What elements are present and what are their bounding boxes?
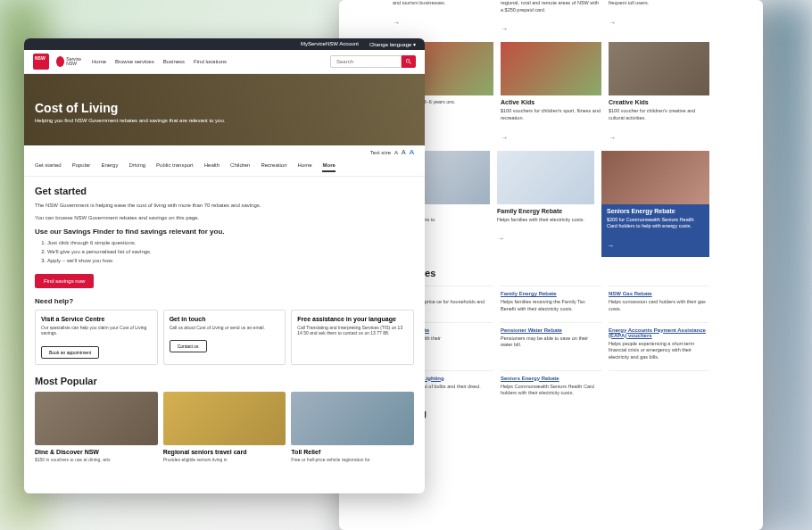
- finder-heading: Use our Savings Finder to find savings r…: [35, 228, 414, 236]
- card-image: [609, 42, 709, 95]
- util-card: Energy Accounts Payment Assistance (EAPA…: [609, 322, 709, 361]
- help-card-contact: Get in touch Call us about Cost of Livin…: [163, 310, 286, 365]
- util-card: Seniors Energy RebateHelps Commonwealth …: [501, 370, 601, 397]
- contact-us-button[interactable]: Contact us: [170, 340, 207, 352]
- card-image: [497, 151, 594, 204]
- main-nav: Home Browse services Business Find locat…: [92, 59, 227, 64]
- util-link[interactable]: Seniors Energy Rebate: [501, 376, 601, 381]
- subnav-item[interactable]: Popular: [72, 162, 91, 172]
- subnav-item-more[interactable]: More: [322, 162, 335, 172]
- page-subtitle: Helping you find NSW Government rebates …: [35, 118, 414, 123]
- nav-business[interactable]: Business: [163, 59, 185, 64]
- arrow-icon[interactable]: →: [609, 19, 616, 27]
- card-image: [501, 42, 601, 95]
- header: ServiceNSW Home Browse services Business…: [24, 50, 425, 74]
- card-text: $100 voucher for children's creative and…: [609, 108, 709, 121]
- text-size-medium[interactable]: A: [402, 149, 406, 155]
- card-title: Seniors Energy Rebate: [607, 208, 704, 214]
- arrow-icon[interactable]: →: [497, 235, 504, 243]
- card-seniors-energy[interactable]: Seniors Energy Rebate $200 for Commonwea…: [601, 151, 709, 257]
- help-card-title: Free assistance in your language: [297, 316, 408, 322]
- card-partial: and tourism businesses.→: [393, 0, 493, 35]
- logo-icon: [56, 56, 64, 67]
- text-size-large[interactable]: A: [410, 148, 414, 156]
- top-bar: MyServiceNSW Account Change language ▾: [24, 38, 425, 50]
- util-text: Helps concession card holders with their…: [609, 299, 709, 312]
- card-image: [163, 392, 286, 445]
- util-text: Helps people experiencing a short-term f…: [609, 341, 709, 361]
- search-input[interactable]: [330, 55, 402, 68]
- nsw-logo[interactable]: [33, 54, 49, 70]
- card-title: Regional seniors travel card: [163, 449, 286, 455]
- main-content: Get started The NSW Government is helpin…: [24, 177, 425, 476]
- card-text: $150 in vouchers to use at dining, arts: [35, 457, 158, 462]
- util-card: NSW Gas RebateHelps concession card hold…: [609, 286, 709, 312]
- util-text: Pensioners may be able to save on their …: [501, 335, 601, 349]
- language-toggle[interactable]: Change language ▾: [369, 41, 416, 47]
- subnav-item[interactable]: Get started: [35, 162, 62, 172]
- subnav-item[interactable]: Health: [204, 162, 220, 172]
- section-heading: Get started: [35, 186, 414, 196]
- popular-card-seniors[interactable]: Regional seniors travel card Provides el…: [163, 392, 286, 468]
- card-text: regional, rural and remote areas of NSW …: [501, 0, 601, 13]
- hero-banner: Cost of Living Helping you find NSW Gove…: [24, 74, 425, 145]
- text-size-control: Text size A A A: [24, 145, 425, 159]
- card-title: Creative Kids: [609, 99, 709, 105]
- util-link[interactable]: Energy Accounts Payment Assistance (EAPA…: [609, 327, 709, 338]
- card-text: $100 vouchers for children's sport, fitn…: [501, 108, 601, 121]
- util-link[interactable]: Family Energy Rebate: [501, 291, 601, 296]
- arrow-icon[interactable]: →: [393, 19, 400, 27]
- intro-text: You can browse NSW Government rebates an…: [35, 214, 414, 221]
- subnav-item[interactable]: Children: [230, 162, 250, 172]
- help-card-text: Our specialists can help you claim your …: [41, 325, 152, 336]
- nav-home[interactable]: Home: [92, 59, 106, 64]
- subnav-item[interactable]: Driving: [128, 162, 145, 172]
- subnav-item[interactable]: Home: [297, 162, 311, 172]
- util-card: Pensioner Water RebatePensioners may be …: [501, 322, 601, 361]
- account-link[interactable]: MyServiceNSW Account: [301, 41, 359, 47]
- help-card-text: Call us about Cost of Living or send us …: [170, 325, 280, 331]
- card-creative-kids[interactable]: Creative Kids $100 voucher for children'…: [609, 42, 709, 143]
- service-nsw-logo[interactable]: ServiceNSW: [56, 55, 81, 68]
- arrow-icon[interactable]: →: [609, 134, 616, 142]
- subnav-item[interactable]: Recreation: [261, 162, 286, 172]
- card-text: Helps families with their electricity co…: [497, 217, 594, 224]
- subnav-item[interactable]: Public transport: [156, 162, 194, 172]
- help-heading: Need help?: [35, 297, 414, 305]
- nav-locations[interactable]: Find locations: [194, 59, 227, 64]
- help-card-title: Visit a Service Centre: [41, 316, 152, 322]
- arrow-icon[interactable]: →: [501, 25, 508, 33]
- card-image: [291, 392, 414, 445]
- popular-card-dine[interactable]: Dine & Discover NSW $150 in vouchers to …: [35, 392, 158, 468]
- card-text: $200 for Commonwealth Seniors Health Car…: [607, 217, 704, 230]
- driving-heading: Driving: [393, 408, 709, 418]
- book-appointment-button[interactable]: Book an appointment: [41, 346, 99, 359]
- card-title: Active Kids: [501, 99, 601, 105]
- intro-text: The NSW Government is helping ease the c…: [35, 202, 414, 209]
- subnav-item[interactable]: Energy: [101, 162, 118, 172]
- card-active-kids[interactable]: Active Kids $100 vouchers for children's…: [501, 42, 601, 143]
- card-regional: regional, rural and remote areas of NSW …: [501, 0, 601, 35]
- text-size-small[interactable]: A: [394, 150, 398, 155]
- util-link[interactable]: NSW Gas Rebate: [609, 291, 709, 296]
- find-savings-button[interactable]: Find savings now: [35, 274, 94, 288]
- search: [330, 55, 416, 68]
- logo-text: ServiceNSW: [66, 57, 81, 66]
- step-item: We'll give you a personalised list of sa…: [47, 249, 414, 254]
- card-image: [601, 151, 709, 204]
- sub-nav: Get started Popular Energy Driving Publi…: [24, 159, 425, 177]
- nav-browse[interactable]: Browse services: [115, 59, 154, 64]
- help-card-visit: Visit a Service Centre Our specialists c…: [35, 310, 158, 365]
- primary-window: MyServiceNSW Account Change language ▾ S…: [24, 38, 425, 493]
- card-toll: frequent toll users.→: [609, 0, 709, 35]
- search-button[interactable]: [402, 55, 416, 68]
- popular-card-toll[interactable]: Toll Relief Free or half-price vehicle r…: [291, 392, 414, 468]
- card-family-energy[interactable]: Family Energy Rebate Helps families with…: [497, 151, 594, 257]
- arrow-icon[interactable]: →: [501, 134, 508, 142]
- arrow-icon[interactable]: →: [607, 242, 614, 250]
- help-card-text: Call Translating and Interpreting Servic…: [297, 325, 408, 336]
- util-link[interactable]: Pensioner Water Rebate: [501, 327, 601, 333]
- card-text: Provides eligible seniors living in: [163, 457, 286, 462]
- help-card-language: Free assistance in your language Call Tr…: [291, 310, 414, 365]
- steps-list: Just click through 6 simple questions. W…: [47, 240, 414, 263]
